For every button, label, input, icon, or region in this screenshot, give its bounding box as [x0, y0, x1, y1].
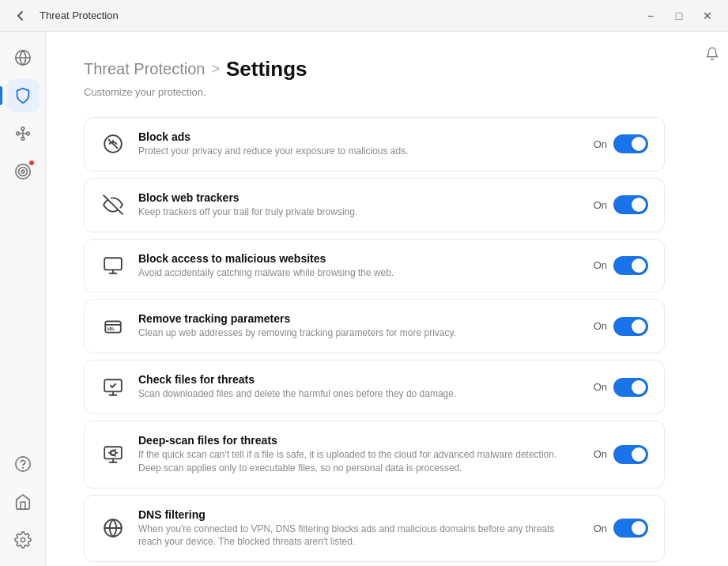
check-files-threats-icon: [100, 375, 126, 400]
toggle-block-malicious-websites[interactable]: [613, 256, 648, 275]
shield-icon: [14, 87, 32, 104]
help-icon: [14, 455, 32, 473]
setting-text-check-files-threats: Check files for threats Scan downloaded …: [138, 373, 581, 401]
setting-status-block-malicious-websites: On: [594, 259, 607, 271]
toggle-dns-filtering[interactable]: [613, 519, 648, 538]
setting-desc-dns-filtering: When you're connected to VPN, DNS filter…: [138, 523, 581, 549]
sidebar: [0, 32, 46, 566]
setting-title-dns-filtering: DNS filtering: [138, 508, 581, 521]
right-area: [696, 32, 728, 566]
setting-desc-deep-scan-files: If the quick scan can't tell if a file i…: [138, 448, 581, 475]
deep-scan-files-icon: [100, 442, 126, 467]
app-body: Threat Protection > Settings Customize y…: [0, 32, 728, 566]
sidebar-item-settings[interactable]: [6, 523, 40, 557]
setting-item-dns-filtering: DNS filtering When you're connected to V…: [84, 495, 665, 563]
setting-status-block-ads: On: [594, 138, 607, 150]
setting-control-dns-filtering: On: [594, 519, 648, 538]
minimize-button[interactable]: −: [639, 5, 662, 27]
setting-desc-block-malicious-websites: Avoid accidentally catching malware whil…: [138, 266, 581, 280]
svg-rect-13: [104, 258, 122, 270]
setting-control-check-files-threats: On: [594, 378, 648, 397]
sidebar-item-help[interactable]: [6, 447, 40, 481]
maximize-button[interactable]: □: [668, 5, 690, 27]
breadcrumb-current: Settings: [226, 57, 307, 81]
dns-filtering-icon: [100, 515, 126, 541]
setting-status-deep-scan-files: On: [594, 448, 607, 460]
svg-point-10: [21, 538, 25, 542]
settings-list: Block ads Protect your privacy and reduc…: [84, 117, 665, 562]
close-button[interactable]: ✕: [696, 5, 719, 27]
setting-text-deep-scan-files: Deep-scan files for threats If the quick…: [138, 434, 581, 475]
notification-button[interactable]: [700, 41, 725, 66]
setting-desc-block-ads: Protect your privacy and reduce your exp…: [138, 145, 581, 158]
titlebar-controls: − □ ✕: [639, 5, 719, 27]
setting-item-block-web-trackers: Block web trackers Keep trackers off you…: [84, 178, 665, 232]
setting-control-block-ads: On: [594, 134, 648, 153]
back-button[interactable]: [9, 5, 32, 27]
setting-desc-block-web-trackers: Keep trackers off your trail for truly p…: [138, 206, 581, 219]
setting-control-deep-scan-files: On: [594, 445, 648, 464]
titlebar-title: Threat Protection: [40, 9, 119, 21]
bell-icon: [705, 47, 719, 61]
sidebar-item-target[interactable]: [6, 155, 40, 188]
setting-text-block-ads: Block ads Protect your privacy and reduc…: [138, 130, 581, 158]
breadcrumb-parent: Threat Protection: [84, 60, 205, 78]
mesh-icon: [14, 125, 32, 142]
home-icon: [14, 493, 32, 511]
sidebar-item-trust[interactable]: [6, 485, 40, 519]
setting-status-remove-tracking-params: On: [594, 320, 607, 332]
toggle-check-files-threats[interactable]: [613, 378, 648, 397]
svg-point-5: [15, 164, 29, 179]
setting-text-block-web-trackers: Block web trackers Keep trackers off you…: [138, 191, 581, 219]
setting-title-check-files-threats: Check files for threats: [138, 373, 581, 386]
setting-desc-check-files-threats: Scan downloaded files and delete the har…: [138, 387, 581, 401]
remove-tracking-params-icon: URL: [100, 314, 126, 339]
breadcrumb-separator: >: [211, 61, 220, 77]
toggle-deep-scan-files[interactable]: [613, 445, 648, 464]
page-subtitle: Customize your protection.: [84, 86, 665, 98]
globe-icon: [14, 49, 32, 66]
setting-status-dns-filtering: On: [594, 523, 607, 534]
setting-title-block-web-trackers: Block web trackers: [138, 191, 581, 204]
toggle-block-ads[interactable]: [613, 134, 648, 153]
setting-title-remove-tracking-params: Remove tracking parameters: [138, 312, 581, 325]
setting-title-block-malicious-websites: Block access to malicious websites: [138, 252, 581, 265]
titlebar-left: Threat Protection: [9, 5, 119, 27]
gear-icon: [14, 531, 32, 549]
breadcrumb: Threat Protection > Settings: [84, 57, 665, 81]
toggle-block-web-trackers[interactable]: [613, 195, 648, 214]
sidebar-item-shield[interactable]: [6, 79, 40, 112]
block-web-trackers-icon: [100, 192, 126, 217]
setting-status-block-web-trackers: On: [594, 199, 607, 211]
setting-item-remove-tracking-params: URL Remove tracking parameters Clean up …: [84, 299, 665, 353]
svg-point-8: [15, 457, 29, 471]
setting-text-dns-filtering: DNS filtering When you're connected to V…: [138, 508, 581, 549]
setting-text-remove-tracking-params: Remove tracking parameters Clean up web …: [138, 312, 581, 340]
main-content: Threat Protection > Settings Customize y…: [46, 32, 696, 566]
setting-item-block-ads: Block ads Protect your privacy and reduc…: [84, 117, 665, 172]
sidebar-item-mesh[interactable]: [6, 117, 40, 150]
svg-point-7: [21, 170, 25, 173]
toggle-remove-tracking-params[interactable]: [613, 317, 648, 336]
badge-dot: [28, 160, 35, 166]
sidebar-item-globe[interactable]: [6, 41, 40, 74]
svg-text:URL: URL: [107, 326, 115, 331]
setting-text-block-malicious-websites: Block access to malicious websites Avoid…: [138, 252, 581, 280]
block-malicious-websites-icon: [100, 253, 126, 278]
setting-title-block-ads: Block ads: [138, 130, 581, 143]
setting-item-block-malicious-websites: Block access to malicious websites Avoid…: [84, 239, 665, 293]
svg-rect-21: [104, 447, 122, 458]
setting-control-block-malicious-websites: On: [594, 256, 648, 275]
svg-point-6: [18, 168, 27, 176]
setting-item-check-files-threats: Check files for threats Scan downloaded …: [84, 360, 665, 414]
setting-desc-remove-tracking-params: Clean up web addresses by removing track…: [138, 326, 581, 340]
setting-control-remove-tracking-params: On: [594, 317, 648, 336]
setting-item-deep-scan-files: Deep-scan files for threats If the quick…: [84, 421, 665, 489]
target-icon: [14, 163, 32, 180]
titlebar: Threat Protection − □ ✕: [0, 0, 728, 32]
block-ads-icon: [100, 131, 126, 157]
setting-title-deep-scan-files: Deep-scan files for threats: [138, 434, 581, 447]
setting-status-check-files-threats: On: [594, 381, 607, 393]
setting-control-block-web-trackers: On: [594, 195, 648, 214]
